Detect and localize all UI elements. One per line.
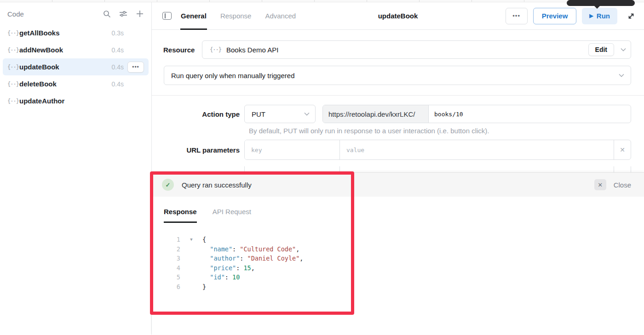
braces-icon: {··} (7, 81, 19, 87)
tab-response[interactable]: Response (220, 2, 252, 30)
resource-select[interactable]: {··} Books Demo API Edit (202, 40, 631, 59)
sidebar-header: Code (0, 6, 151, 24)
url-field[interactable]: https://retoolapi.dev/kxrLKC/ books/10 (322, 105, 631, 123)
query-result-overlay: ✓ Query ran successfully ✕ Close Respons… (152, 172, 644, 335)
run-trigger-value: Run query only when manually triggered (171, 72, 294, 79)
braces-icon: {··} (210, 46, 222, 53)
code-line: 4 "price": 15, (152, 263, 644, 273)
code-line: 2 "name": "Cultured Code", (152, 244, 644, 254)
sidebar-item-getAllBooks[interactable]: {··} getAllBooks 0.3s (3, 24, 149, 41)
search-icon[interactable] (103, 10, 111, 18)
param-value-cell (340, 140, 614, 159)
add-query-icon[interactable] (136, 10, 144, 18)
query-run-time: 0.3s (112, 29, 124, 37)
expand-icon[interactable] (627, 11, 636, 21)
braces-icon: {··} (7, 98, 19, 104)
url-path-input[interactable]: books/10 (429, 105, 631, 123)
line-number: 3 (152, 254, 180, 263)
action-type-select[interactable]: PUT (244, 105, 316, 123)
sidebar-item-deleteBook[interactable]: {··} deleteBook 0.4s (3, 75, 149, 92)
url-parameters-label: URL parameters (152, 146, 244, 154)
sidebar-item-updateBook[interactable]: {··} updateBook 0.4s ••• (3, 58, 149, 75)
line-number: 1 (152, 235, 180, 244)
header-more-button[interactable]: ••• (506, 8, 528, 24)
line-number: 2 (152, 244, 180, 254)
action-type-helper-text: By default, PUT will only run in respons… (249, 127, 631, 135)
param-row-partial (152, 166, 631, 172)
line-number: 6 (152, 282, 180, 292)
tab-result-api-request[interactable]: API Request (213, 199, 251, 223)
section-divider (152, 95, 644, 96)
query-success-bar: ✓ Query ran successfully ✕ Close (152, 173, 644, 197)
tab-advanced[interactable]: Advanced (265, 2, 296, 30)
query-run-time: 0.4s (112, 46, 124, 54)
success-check-icon: ✓ (162, 179, 174, 191)
resource-label: Resource (163, 46, 202, 54)
query-name: updateBook (19, 63, 59, 71)
tooltip-remnant (567, 0, 635, 6)
code-line: 5 "id": 10 (152, 273, 644, 282)
preview-button[interactable]: Preview (533, 8, 577, 24)
resource-value: Books Demo API (226, 46, 278, 54)
query-name: updateAuthor (19, 97, 64, 105)
line-number: 4 (152, 263, 180, 273)
query-name: addNewBook (19, 46, 63, 54)
query-name: getAllBooks (19, 29, 60, 37)
panel-toggle-icon[interactable] (162, 12, 172, 20)
sidebar-title: Code (7, 10, 24, 18)
chevron-down-icon (621, 48, 626, 51)
run-label: Run (597, 12, 610, 20)
response-json-viewer[interactable]: 1 ▼ { 2 "name": "Cultured Code", 3 "auth… (152, 235, 644, 292)
query-run-time: 0.4s (112, 63, 124, 71)
code-sidebar: Code (0, 2, 152, 335)
code-line: 3 "author": "Daniel Coyle", (152, 254, 644, 263)
param-value-input[interactable] (340, 140, 614, 159)
tab-result-response[interactable]: Response (164, 199, 197, 223)
close-icon[interactable]: ✕ (594, 179, 606, 190)
close-button[interactable]: Close (614, 181, 631, 189)
edit-resource-button[interactable]: Edit (588, 43, 614, 56)
code-line: 6 } (152, 282, 644, 292)
chevron-down-icon (619, 74, 624, 77)
url-base-prefix: https://retoolapi.dev/kxrLKC/ (323, 105, 429, 123)
remove-param-icon[interactable]: ✕ (614, 140, 631, 159)
action-type-value: PUT (252, 110, 265, 118)
braces-icon: {··} (7, 47, 19, 53)
query-name: deleteBook (19, 80, 57, 88)
collapse-arrow-icon[interactable]: ▼ (180, 235, 202, 244)
success-message: Query ran successfully (182, 181, 252, 189)
line-number: 5 (152, 273, 180, 282)
query-run-time: 0.4s (112, 80, 124, 88)
param-key-input[interactable] (245, 140, 339, 159)
query-title: updateBook (378, 12, 418, 20)
play-icon: ▶ (589, 13, 593, 19)
query-more-menu-button[interactable]: ••• (127, 62, 144, 73)
filter-icon[interactable] (119, 10, 127, 18)
action-type-label: Action type (152, 110, 244, 118)
braces-icon: {··} (7, 64, 19, 70)
braces-icon: {··} (7, 30, 19, 36)
sidebar-item-addNewBook[interactable]: {··} addNewBook 0.4s (3, 41, 149, 58)
sidebar-item-updateAuthor[interactable]: {··} updateAuthor (3, 92, 149, 109)
tab-general[interactable]: General (181, 2, 207, 30)
query-editor-panel: General Response Advanced updateBook •••… (152, 2, 644, 335)
run-trigger-select[interactable]: Run query only when manually triggered (164, 66, 631, 85)
param-key-cell (245, 140, 340, 159)
query-editor-header: General Response Advanced updateBook •••… (152, 2, 644, 30)
code-line: 1 ▼ { (152, 235, 644, 244)
chevron-down-icon (304, 112, 310, 116)
